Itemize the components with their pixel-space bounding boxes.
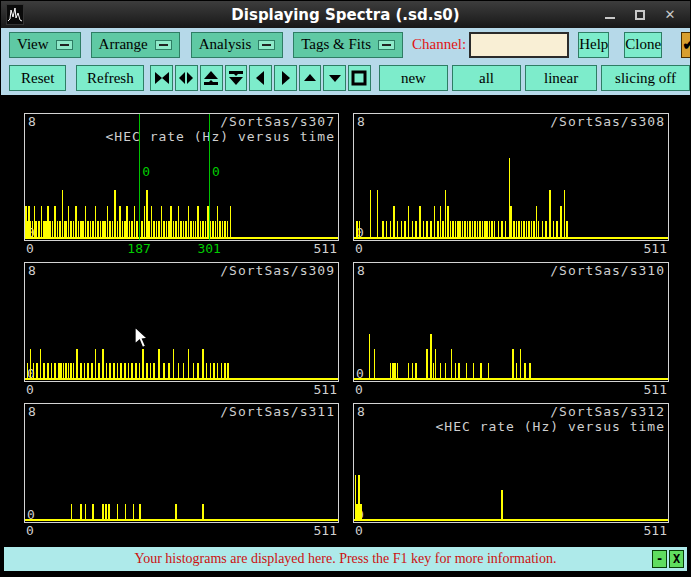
spectrum-panel-s310[interactable]: 8 /SortSas/s310 0 0 511 <box>353 262 669 403</box>
histogram-bar <box>224 221 226 237</box>
histogram-bar <box>202 221 204 237</box>
plot-area[interactable]: 8 /SortSas/s312 <HEC rate (Hz) versus ti… <box>353 403 669 523</box>
histogram-bar <box>168 363 170 378</box>
new-button[interactable]: new <box>379 65 448 91</box>
view-menu-button[interactable]: View <box>9 32 81 58</box>
maximize-icon[interactable] <box>632 7 648 23</box>
histogram-bar <box>108 504 110 519</box>
histogram-bar <box>210 363 212 378</box>
spectrum-panel-s312[interactable]: 8 /SortSas/s312 <HEC rate (Hz) versus ti… <box>353 403 669 544</box>
histogram-bar <box>529 363 531 378</box>
histogram-bar <box>104 221 106 237</box>
histogram-bar <box>90 221 92 237</box>
step-left-icon[interactable] <box>249 65 272 91</box>
plot-area[interactable]: 8 /SortSas/s308 0 <box>353 113 669 241</box>
clone-button[interactable]: Clone <box>624 32 662 58</box>
histogram-bar <box>178 363 180 378</box>
step-right-icon[interactable] <box>274 65 297 91</box>
histogram-bar <box>102 349 104 379</box>
histogram-bar <box>480 363 482 378</box>
histogram-bar <box>185 221 187 237</box>
up-icon[interactable] <box>299 65 322 91</box>
histogram-bar <box>472 221 474 237</box>
x-axis-row: 0 511 <box>353 382 669 398</box>
plot-area[interactable]: 8 /SortSas/s311 0 <box>24 403 339 523</box>
histogram-bar <box>486 221 488 237</box>
histogram-bar <box>394 363 396 378</box>
page-up-icon[interactable] <box>200 65 223 91</box>
histogram-display-area[interactable]: 8 /SortSas/s307 <HEC rate (Hz) versus ti… <box>1 95 690 544</box>
minimize-icon[interactable] <box>602 7 618 23</box>
spectrum-panel-s311[interactable]: 8 /SortSas/s311 0 0 511 <box>24 403 339 544</box>
spectrum-panel-s308[interactable]: 8 /SortSas/s308 0 0 511 <box>353 113 669 262</box>
histogram-bar <box>85 504 87 519</box>
checkmark-toggle-button[interactable]: ✔ <box>681 32 691 58</box>
histogram-bar <box>466 363 468 378</box>
slice-marker-line[interactable] <box>209 114 210 240</box>
shrink-horizontal-icon[interactable] <box>150 65 173 91</box>
histogram-bar <box>545 221 547 237</box>
x-axis-row: 0 511 <box>353 523 669 539</box>
histogram-bar <box>97 221 99 237</box>
channel-input[interactable] <box>469 32 569 58</box>
histogram-bar <box>84 363 86 378</box>
histogram-bar <box>47 363 49 378</box>
expand-horizontal-icon[interactable] <box>175 65 198 91</box>
histogram-bar <box>173 221 175 237</box>
histogram-bar <box>33 363 35 378</box>
slice-marker-line[interactable] <box>139 114 140 240</box>
histogram-bar <box>370 190 372 237</box>
histogram-bar <box>80 504 82 519</box>
histogram-bar <box>57 221 59 237</box>
status-close-button[interactable]: X <box>669 550 684 568</box>
histogram-bar <box>457 221 459 237</box>
tags-fits-menu-button[interactable]: Tags & Fits <box>293 32 403 58</box>
histogram-bar <box>498 221 500 237</box>
histogram-bar <box>393 206 395 238</box>
analysis-menu-button[interactable]: Analysis <box>191 32 284 58</box>
arrange-menu-button[interactable]: Arrange <box>91 32 180 58</box>
reset-button[interactable]: Reset <box>9 65 66 91</box>
histogram-bar <box>195 221 197 237</box>
histogram-bar <box>193 363 195 378</box>
x-min-label: 0 <box>355 382 363 397</box>
histogram-bar <box>455 221 457 237</box>
histogram-bar <box>482 221 484 237</box>
y-max-label: 8 <box>357 114 365 129</box>
all-button[interactable]: all <box>452 65 521 91</box>
histogram-bar <box>459 221 461 237</box>
down-icon[interactable] <box>323 65 346 91</box>
histogram-bar <box>412 363 414 378</box>
spectrum-panel-s309[interactable]: 8 /SortSas/s309 0 0 511 <box>24 262 339 403</box>
histogram-bar <box>188 349 190 379</box>
help-button[interactable]: Help <box>578 32 609 58</box>
linear-button[interactable]: linear <box>525 65 597 91</box>
status-minimize-button[interactable]: - <box>652 550 667 568</box>
histogram-bar <box>109 363 111 378</box>
histogram-bar <box>524 363 526 378</box>
histogram-bar <box>40 349 42 379</box>
histogram-bar <box>63 363 65 378</box>
spectrum-panel-s307[interactable]: 8 /SortSas/s307 <HEC rate (Hz) versus ti… <box>24 113 339 262</box>
histogram-bar <box>80 363 82 378</box>
histogram-bar <box>538 221 540 237</box>
histogram-bar <box>146 363 148 378</box>
slicing-off-button[interactable]: slicing off <box>601 65 690 91</box>
x-min-label: 0 <box>26 523 34 538</box>
plot-area[interactable]: 8 /SortSas/s310 0 <box>353 262 669 382</box>
histogram-bar <box>560 206 562 238</box>
full-view-icon[interactable] <box>348 65 371 91</box>
histogram-bar <box>139 363 141 378</box>
page-down-icon[interactable] <box>225 65 248 91</box>
histogram-bar <box>553 221 555 237</box>
close-icon[interactable]: ✕ <box>662 7 678 23</box>
histogram-baseline <box>354 237 668 239</box>
plot-area[interactable]: 8 /SortSas/s309 0 <box>24 262 339 382</box>
histogram-bar <box>516 221 518 237</box>
refresh-button[interactable]: Refresh <box>76 65 144 91</box>
histogram-bar <box>126 206 128 238</box>
plot-area[interactable]: 8 /SortSas/s307 <HEC rate (Hz) versus ti… <box>24 113 339 241</box>
histogram-bar <box>450 221 452 237</box>
histogram-bar <box>168 221 170 237</box>
histogram-bar <box>112 221 114 237</box>
